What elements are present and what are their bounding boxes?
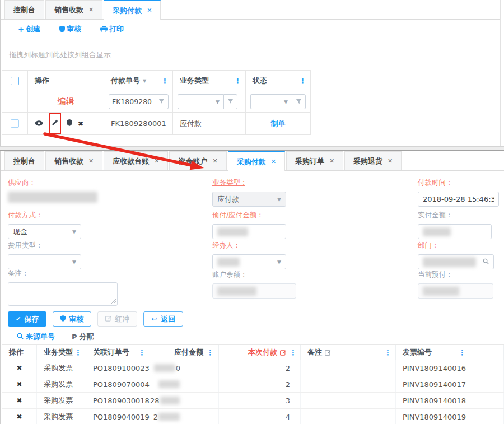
chevron-down-icon: ▼	[277, 259, 281, 265]
filter-payment-no-input[interactable]	[109, 94, 155, 109]
tab-purchase-return[interactable]: 采购退货 ✕	[344, 151, 402, 170]
close-icon[interactable]: ✕	[271, 158, 276, 165]
column-menu-icon[interactable]: ⋮	[384, 348, 391, 357]
pay-method-select[interactable]: 现金 ▼	[8, 224, 81, 239]
filter-funnel-button[interactable]	[155, 94, 169, 109]
col-order-no[interactable]: 关联订单号 ⋮	[86, 345, 150, 360]
redacted-department-value	[423, 257, 476, 267]
funnel-icon	[227, 99, 234, 105]
column-menu-icon[interactable]: ⋮	[299, 77, 306, 85]
select-all-checkbox[interactable]	[11, 77, 19, 85]
close-icon[interactable]: ✕	[212, 157, 217, 165]
close-icon[interactable]: ✕	[388, 157, 393, 165]
col-payable[interactable]: 应付金额 ⋮	[150, 345, 219, 360]
filter-funnel-button[interactable]	[223, 94, 237, 109]
tab-sales-receipt[interactable]: 销售收款 ✕	[45, 0, 102, 19]
audit-shield-icon[interactable]	[67, 119, 72, 128]
redacted-balance-value	[217, 287, 256, 296]
row-checkbox[interactable]	[11, 119, 19, 128]
close-icon[interactable]: ✕	[88, 6, 94, 13]
remove-row-icon[interactable]: ✖	[16, 413, 22, 421]
audit-button[interactable]: 审核	[53, 311, 91, 327]
biz-type-label: 业务类型 :	[212, 178, 286, 188]
tab-fund-account[interactable]: 资金账户 ✕	[169, 151, 226, 170]
magnifier-icon[interactable]	[483, 258, 489, 266]
filter-funnel-button[interactable]	[292, 94, 306, 109]
tab-receivable-ledger[interactable]: 应收款台账 ✕	[104, 151, 168, 170]
remark-cell[interactable]	[301, 393, 396, 408]
status-link[interactable]: 制单	[271, 119, 286, 129]
col-status[interactable]: 状态 ⋮	[246, 71, 311, 91]
tab-purchase-order[interactable]: 采购订单 ✕	[286, 151, 343, 170]
close-icon[interactable]: ✕	[88, 157, 94, 165]
tab-purchase-payment[interactable]: 采购付款 ✕	[228, 151, 285, 171]
prepay-amount-input[interactable]	[212, 224, 286, 239]
this-pay-cell[interactable]: 4	[219, 409, 301, 424]
pay-time-input[interactable]	[423, 192, 494, 206]
view-icon[interactable]	[35, 119, 43, 128]
back-button[interactable]: ↩ 返回	[143, 311, 183, 327]
audit-button[interactable]: 审核	[59, 24, 81, 34]
col-this-pay[interactable]: 本次付款 ⋮	[219, 345, 301, 360]
filter-biz-type-select[interactable]: ▼	[178, 94, 223, 109]
fee-type-select[interactable]: ▼	[8, 254, 81, 269]
close-icon[interactable]: ✕	[147, 7, 152, 14]
remark-cell[interactable]	[301, 376, 396, 392]
payable-cell: 28	[150, 393, 219, 408]
column-menu-icon[interactable]: ⋮	[234, 77, 241, 85]
col-invoice-no[interactable]: 发票编号 ⋮	[396, 345, 504, 360]
close-icon[interactable]: ✕	[329, 157, 334, 165]
tab-sales-receipt[interactable]: 销售收款 ✕	[45, 151, 102, 170]
remove-row-icon[interactable]: ✖	[16, 397, 22, 404]
delete-icon[interactable]: ✖	[78, 120, 83, 128]
col-biz-type[interactable]: 业务类型 ⋮	[173, 71, 246, 91]
payable-cell	[150, 376, 219, 392]
this-pay-cell[interactable]: 2	[219, 360, 301, 376]
shield-icon	[59, 26, 65, 32]
payments-grid-filter-row: 编辑 ▼ ▼	[2, 91, 311, 113]
this-pay-cell[interactable]: 3	[219, 393, 301, 408]
column-menu-icon[interactable]: ⋮	[74, 348, 82, 357]
remark-cell[interactable]	[301, 409, 396, 424]
department-input[interactable]	[418, 254, 494, 269]
print-button[interactable]: 打印	[100, 24, 124, 34]
actual-amount-input[interactable]	[418, 224, 492, 239]
biz-type-select[interactable]: 应付款 ▼	[212, 192, 286, 207]
filter-status-select[interactable]: ▼	[250, 94, 292, 109]
save-button[interactable]: ✔ 保存	[8, 311, 46, 327]
column-menu-icon[interactable]: ⋮	[290, 348, 297, 357]
col-biz-type[interactable]: 业务类型 ⋮	[37, 345, 86, 360]
tab-label: 销售收款	[54, 5, 83, 15]
remove-row-icon[interactable]: ✖	[16, 380, 22, 388]
subtab-allocation[interactable]: P 分配	[72, 329, 94, 344]
col-remark[interactable]: 备注 ⋮	[301, 345, 396, 360]
column-menu-icon[interactable]: ⋮	[459, 348, 466, 357]
pay-time-field: 付款时间 :	[418, 178, 499, 207]
remark-textarea[interactable]	[8, 282, 118, 306]
create-button[interactable]: + 创建	[18, 24, 40, 34]
tab-purchase-payment[interactable]: 采购付款 ✕	[104, 0, 161, 20]
agent-select[interactable]: ▼	[212, 254, 286, 269]
column-menu-icon[interactable]: ⋮	[207, 348, 214, 357]
reverse-button: 红冲	[97, 311, 137, 327]
edit-pencil-icon[interactable]	[52, 119, 58, 128]
biz-type-cell: 应付款	[173, 113, 246, 134]
close-icon[interactable]: ✕	[154, 157, 159, 165]
tab-console[interactable]: 控制台	[4, 0, 44, 19]
column-menu-icon[interactable]: ⋮	[161, 77, 169, 85]
pay-method-value: 现金	[13, 227, 27, 237]
resize-handle[interactable]	[111, 299, 116, 304]
remove-row-icon[interactable]: ✖	[16, 364, 22, 372]
subtab-source-orders[interactable]: 来源单号	[17, 329, 55, 344]
col-payment-no[interactable]: 付款单号 ▼ ⋮	[104, 71, 173, 91]
table-row: ✖ 采购发票 PO1809100023 0 2 PINV1809140016	[2, 360, 504, 376]
allocation-icon: P	[72, 333, 77, 341]
top-toolbar: + 创建 审核 打印	[1, 20, 500, 39]
tab-label: 应收款台账	[113, 156, 149, 166]
this-pay-cell[interactable]: 2	[219, 376, 301, 392]
remark-cell[interactable]	[301, 360, 396, 376]
column-menu-icon[interactable]: ⋮	[138, 348, 146, 357]
chevron-down-icon: ▼	[277, 197, 281, 202]
department-label: 部门 :	[418, 241, 494, 250]
tab-console[interactable]: 控制台	[4, 151, 44, 170]
